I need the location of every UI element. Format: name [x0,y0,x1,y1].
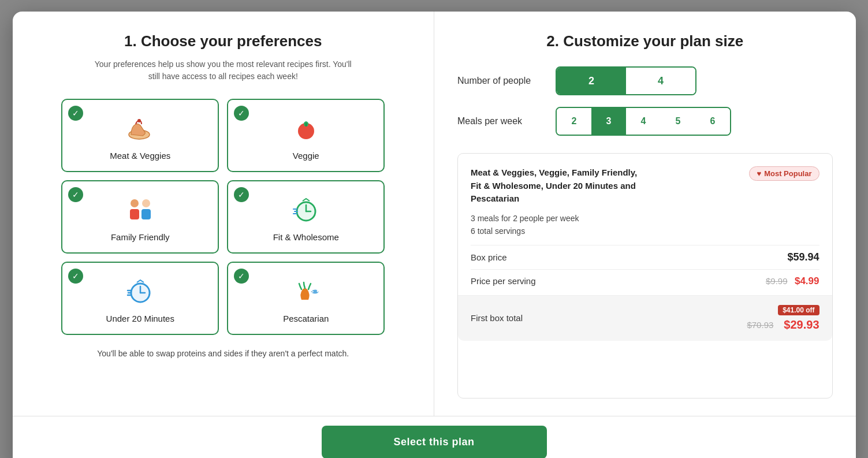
price-per-serving-values: $9.99 $4.99 [766,275,819,287]
pref-card-pescatarian[interactable]: ✓ Pesca [227,262,385,335]
box-price-row: Box price $59.94 [471,245,819,269]
price-per-serving-row: Price per serving $9.99 $4.99 [471,269,819,293]
cta-bar: Select this plan [13,416,856,458]
first-box-final: $29.93 [784,318,819,332]
people-option-2[interactable]: 2 [557,68,626,94]
fit-wholesome-icon [292,194,320,226]
check-icon-fit-wholesome: ✓ [234,187,249,202]
box-price-value: $59.94 [787,251,819,263]
people-label: Number of people [457,76,556,86]
check-icon-veggie: ✓ [234,106,249,121]
servings-detail: 6 total servings [471,226,819,236]
check-icon-pescatarian: ✓ [234,269,249,284]
meals-detail: 3 meals for 2 people per week [471,214,819,223]
check-icon-under-20: ✓ [68,269,83,284]
pref-card-fit-wholesome[interactable]: ✓ [227,180,385,254]
price-per-serving-discount: $4.99 [795,275,819,286]
fit-wholesome-label: Fit & Wholesome [273,232,339,242]
heart-popular-icon: ♥ [757,169,761,178]
people-option-4[interactable]: 4 [626,68,695,94]
preferences-title: 1. Choose your preferences [124,32,322,50]
plan-size-panel: 2. Customize your plan size Number of pe… [434,12,856,416]
most-popular-badge: ♥ Most Popular [749,166,819,181]
meals-row: Meals per week 2 ♥ 3 4 5 6 [457,107,833,136]
first-box-original: $70.93 [747,320,773,330]
meals-option-3[interactable]: ♥ 3 [591,108,626,135]
check-icon-family-friendly: ✓ [68,187,83,202]
family-friendly-icon [125,194,155,226]
first-box-prices: $41.00 off $70.93 $29.93 [747,305,819,332]
svg-rect-4 [130,209,139,219]
svg-point-21 [316,291,318,292]
first-box-prices-row: $70.93 $29.93 [747,318,819,332]
price-per-serving-label: Price per serving [471,276,536,286]
veggie-icon [292,113,320,145]
preferences-subtitle: Your preferences help us show you the mo… [90,58,356,83]
meals-option-5[interactable]: 5 [661,108,695,135]
preferences-panel: 1. Choose your preferences Your preferen… [13,12,435,416]
discount-tag: $41.00 off [778,305,819,315]
summary-box: Meat & Veggies, Veggie, Family Friendly,… [457,153,833,399]
under-20-icon [126,275,154,308]
plan-selection-modal: 1. Choose your preferences Your preferen… [13,12,856,458]
select-plan-button[interactable]: Select this plan [322,426,547,458]
summary-header: Meat & Veggies, Veggie, Family Friendly,… [471,166,819,206]
svg-point-1 [137,119,141,122]
meals-option-4[interactable]: 4 [626,108,661,135]
meals-label: Meals per week [457,116,556,126]
pref-card-under-20-minutes[interactable]: ✓ Under 20 Minutes [61,262,219,335]
meals-option-2[interactable]: 2 [557,108,591,135]
meals-options: 2 ♥ 3 4 5 6 [556,107,731,136]
pref-card-meat-veggies[interactable]: ✓ Meat & Veggies [61,99,219,172]
svg-point-5 [142,199,150,207]
pescatarian-icon [291,275,321,308]
meat-veggies-icon [126,113,154,145]
pescatarian-label: Pescatarian [283,314,329,323]
preferences-grid: ✓ Meat & Veggies ✓ [61,99,385,335]
pref-card-veggie[interactable]: ✓ Veggie [227,99,385,172]
price-per-serving-original: $9.99 [766,276,788,286]
plan-size-title: 2. Customize your plan size [457,32,833,50]
svg-point-3 [131,199,139,207]
veggie-label: Veggie [293,151,319,161]
most-popular-label: Most Popular [764,169,811,178]
under-20-label: Under 20 Minutes [106,314,174,323]
meals-option-6[interactable]: 6 [695,108,730,135]
box-price-label: Box price [471,252,507,262]
summary-plan-name: Meat & Veggies, Veggie, Family Friendly,… [471,166,644,206]
swap-note: You'll be able to swap proteins and side… [97,349,349,358]
people-options: 2 4 [556,66,696,95]
summary-pricing: Box price $59.94 Price per serving $9.99… [471,245,819,293]
check-icon-meat-veggies: ✓ [68,106,83,121]
people-row: Number of people 2 4 [457,66,833,95]
pref-card-family-friendly[interactable]: ✓ Family Friendly [61,180,219,254]
svg-rect-6 [141,209,151,219]
heart-icon: ♥ [606,107,611,109]
family-friendly-label: Family Friendly [111,232,170,242]
first-box-label: First box total [471,313,523,323]
first-box-row: First box total $41.00 off $70.93 $29.93 [458,295,832,341]
meat-veggies-label: Meat & Veggies [110,151,170,161]
